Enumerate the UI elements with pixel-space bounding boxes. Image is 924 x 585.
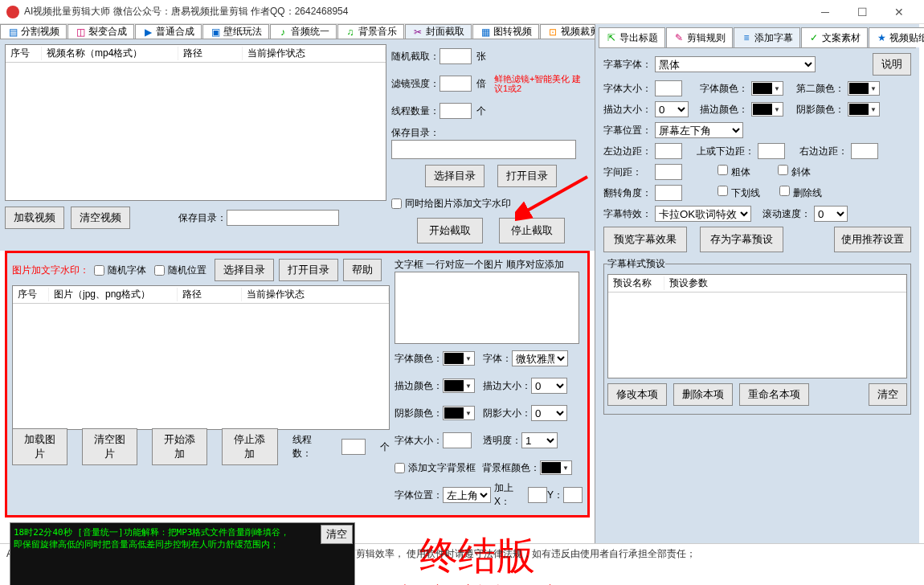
random-font-checkbox[interactable] (94, 265, 104, 276)
bg-color-picker[interactable]: ▼ (540, 460, 572, 475)
stroke-color-picker[interactable]: ▼ (443, 378, 475, 393)
rename-preset-button[interactable]: 重命名本项 (739, 383, 809, 406)
load-image-button[interactable]: 加载图片 (12, 428, 67, 465)
preset-group: 字幕样式预设 预设名称预设参数 修改本项 删除本项 重命名本项 清空 (603, 257, 911, 415)
app-title: AI视频批量剪辑大师 微信公众号：唐易视频批量剪辑 作者QQ：264246895… (24, 5, 807, 18)
font-color-picker[interactable]: ▼ (443, 351, 475, 366)
log-clear-button[interactable]: 清空 (321, 525, 353, 544)
effect-select[interactable]: 卡拉OK歌词特效 (655, 206, 751, 222)
tab-wallpaper[interactable]: ▣壁纸玩法 (202, 24, 269, 39)
load-video-button[interactable]: 加载视频 (5, 207, 64, 229)
add-y-input[interactable] (563, 487, 583, 503)
right-margin-input[interactable] (851, 143, 878, 159)
preset-table: 预设名称预设参数 (607, 274, 907, 378)
img2vid-icon: ▦ (480, 27, 491, 38)
textframe-input[interactable] (395, 272, 579, 344)
tabs-right: ⇱导出标题 ✎剪辑规则 ≡添加字幕 ✓文案素材 ★视频贴纸 (599, 27, 916, 48)
tab-bgm[interactable]: ♫背景音乐 (337, 24, 404, 39)
tabs-left: ▤分割视频 ◫裂变合成 ▶普通合成 ▣壁纸玩法 ♪音频统一 ♫背景音乐 ✂封面截… (0, 24, 595, 39)
cover-icon: ✂ (412, 27, 423, 38)
sub-shadow-color[interactable]: ▼ (848, 102, 880, 117)
opacity-select[interactable]: 1 (521, 432, 558, 448)
tab-export[interactable]: ⇱导出标题 (599, 27, 665, 47)
del-preset-button[interactable]: 删除本项 (673, 383, 733, 406)
textframe-title: 文字框 一行对应一个图片 顺序对应添加 (395, 258, 583, 272)
explain-button[interactable]: 说明 (873, 53, 911, 76)
sub-pos-select[interactable]: 屏幕左下角 (655, 122, 743, 138)
wm-threads-input[interactable] (341, 439, 366, 455)
wm-choose-button[interactable]: 选择目录 (215, 259, 274, 281)
filter-input[interactable] (440, 76, 472, 92)
sub-color2-picker[interactable]: ▼ (848, 81, 880, 96)
tab-sticker[interactable]: ★视频贴纸 (869, 27, 924, 47)
font-select[interactable]: 微软雅黑 (512, 350, 568, 366)
random-pos-checkbox[interactable] (154, 265, 165, 276)
sub-size-input[interactable] (655, 80, 682, 96)
clear-image-button[interactable]: 清空图片 (82, 428, 137, 465)
start-add-button[interactable]: 开始添加 (152, 428, 207, 465)
tab-material[interactable]: ✓文案素材 (801, 27, 868, 47)
sticker-icon: ★ (876, 32, 887, 43)
split-icon: ▤ (7, 27, 18, 38)
th-status: 当前操作状态 (243, 47, 386, 60)
wm-open-button[interactable]: 打开目录 (279, 259, 338, 281)
font-size-input[interactable] (443, 432, 472, 448)
shadow-size-select[interactable]: 0 (531, 405, 567, 421)
tab-split[interactable]: ▤分割视频 (0, 24, 67, 39)
image-table: 序号 图片（jpg、png格式） 路径 当前操作状态 (12, 285, 390, 430)
rotate-input[interactable] (655, 185, 682, 201)
tab-audio[interactable]: ♪音频统一 (270, 24, 337, 39)
font-pos-select[interactable]: 左上角 (443, 487, 491, 503)
fission-icon: ◫ (75, 27, 86, 38)
threads-label: 线程数量： (391, 104, 440, 118)
save-dir-input[interactable] (227, 210, 339, 226)
threads-input[interactable] (440, 103, 472, 119)
crop-icon: ⊡ (547, 27, 558, 38)
scroll-speed-select[interactable]: 0 (814, 206, 848, 222)
wallpaper-icon: ▣ (210, 27, 221, 38)
sub-color-picker[interactable]: ▼ (751, 81, 783, 96)
sub-stroke-color[interactable]: ▼ (751, 102, 783, 117)
tab-img2vid[interactable]: ▦图转视频 (472, 24, 539, 39)
top-margin-input[interactable] (758, 143, 785, 159)
italic-checkbox[interactable] (778, 165, 788, 175)
wm-help-button[interactable]: 帮助 (343, 259, 382, 281)
choose-dir-button[interactable]: 选择目录 (425, 165, 484, 187)
bold-checkbox[interactable] (718, 165, 728, 175)
strike-checkbox[interactable] (779, 186, 790, 196)
tab-rules[interactable]: ✎剪辑规则 (666, 27, 733, 47)
sub-font-select[interactable]: 黑体 (655, 56, 816, 72)
use-preset-button[interactable]: 使用推荐设置 (834, 227, 911, 252)
clear-video-button[interactable]: 清空视频 (71, 207, 130, 229)
stop-add-button[interactable]: 停止添加 (222, 428, 277, 465)
cover-save-input[interactable] (391, 140, 576, 159)
add-x-input[interactable] (528, 487, 547, 503)
stop-cut-button[interactable]: 停止截取 (499, 218, 565, 243)
underline-checkbox[interactable] (718, 186, 728, 196)
maximize-button[interactable]: ☐ (844, 0, 881, 24)
export-icon: ⇱ (606, 32, 617, 43)
music-icon: ♫ (345, 27, 356, 38)
random-cut-input[interactable] (440, 48, 472, 64)
audio-icon: ♪ (277, 27, 288, 38)
left-margin-input[interactable] (655, 143, 682, 159)
spacing-input[interactable] (655, 164, 682, 180)
tab-cover[interactable]: ✂封面截取 (405, 24, 472, 39)
minimize-button[interactable]: ─ (807, 0, 844, 24)
stroke-size-select[interactable]: 0 (531, 378, 567, 394)
tab-synth[interactable]: ▶普通合成 (135, 24, 202, 39)
bgframe-checkbox[interactable] (395, 463, 405, 473)
close-button[interactable]: ✕ (881, 0, 918, 24)
tab-fission[interactable]: ◫裂变合成 (67, 24, 134, 39)
filter-label: 滤镜强度： (391, 77, 440, 91)
preview-button[interactable]: 预览字幕效果 (603, 227, 687, 252)
shadow-color-picker[interactable]: ▼ (443, 406, 475, 420)
save-preset-button[interactable]: 存为字幕预设 (700, 227, 783, 252)
cover-save-label: 保存目录： (391, 127, 440, 138)
mod-preset-button[interactable]: 修改本项 (607, 383, 667, 406)
clear-preset-button[interactable]: 清空 (869, 383, 907, 406)
watermark-checkbox[interactable] (391, 198, 402, 209)
tab-subtitle[interactable]: ≡添加字幕 (734, 27, 800, 47)
start-cut-button[interactable]: 开始截取 (417, 218, 483, 243)
sub-stroke-select[interactable]: 0 (655, 101, 689, 117)
